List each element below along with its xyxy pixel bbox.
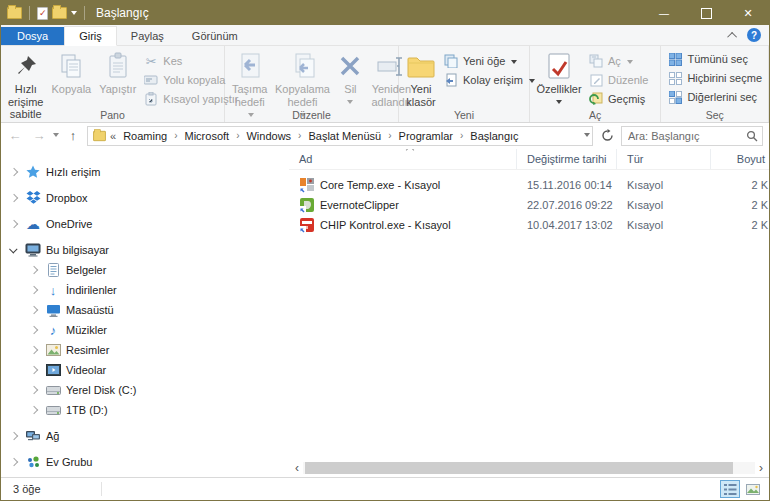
- sidebar-item-drive-d[interactable]: 1TB (D:): [1, 400, 289, 420]
- scroll-left-icon[interactable]: [291, 461, 303, 475]
- thumbnails-view-button[interactable]: [743, 480, 763, 498]
- new-item-button[interactable]: Yeni öğe: [440, 53, 538, 69]
- qat-customize-dropdown-icon[interactable]: [71, 7, 77, 20]
- collapse-ribbon-icon[interactable]: [727, 31, 737, 41]
- chevron-right-icon[interactable]: [30, 366, 38, 374]
- breadcrumb-roaming[interactable]: Roaming: [119, 130, 171, 142]
- new-folder-button[interactable]: Yeni klasör: [402, 49, 440, 109]
- breadcrumb-startup[interactable]: Başlangıç: [466, 130, 522, 142]
- sidebar-item-music[interactable]: ♪ Müzikler: [1, 320, 289, 340]
- forward-button[interactable]: →: [29, 126, 49, 145]
- chevron-right-icon[interactable]: [30, 346, 38, 354]
- chevron-right-icon[interactable]: [10, 193, 18, 201]
- qat-properties-icon[interactable]: [37, 7, 48, 20]
- scroll-right-icon[interactable]: [755, 461, 767, 475]
- open-icon: [588, 53, 604, 69]
- refresh-button[interactable]: [597, 126, 617, 146]
- breadcrumb-microsoft[interactable]: Microsoft: [181, 130, 234, 142]
- sort-ascending-icon: [406, 149, 414, 154]
- horizontal-scrollbar[interactable]: [291, 461, 767, 475]
- tab-file[interactable]: Dosya: [1, 27, 64, 45]
- titlebar-separator: [84, 6, 85, 20]
- dropdown-arrow-icon: [347, 97, 353, 110]
- easy-access-button[interactable]: Kolay erişim: [440, 72, 538, 88]
- chevron-right-icon[interactable]: [30, 326, 38, 334]
- delete-button[interactable]: Sil: [333, 49, 367, 110]
- desktop-icon: [45, 302, 61, 318]
- tab-share[interactable]: Paylaş: [117, 27, 178, 45]
- up-button[interactable]: ↑: [63, 126, 83, 145]
- sidebar-item-network[interactable]: Ağ: [1, 425, 289, 446]
- qat-new-folder-icon[interactable]: [52, 7, 67, 19]
- column-header-size[interactable]: Boyut: [711, 149, 769, 169]
- status-divider: [101, 482, 102, 496]
- sidebar-item-local-disk-c[interactable]: Yerel Disk (C:): [1, 380, 289, 400]
- invert-selection-button[interactable]: Diğerlerini seç: [664, 89, 765, 105]
- chevron-right-icon[interactable]: [30, 306, 38, 314]
- sidebar-item-downloads[interactable]: ↓ İndirilenler: [1, 280, 289, 300]
- open-button[interactable]: Aç: [585, 53, 651, 69]
- file-row-evernoteclipper[interactable]: EvernoteClipper 22.07.2016 09:22 Kısayol…: [289, 195, 769, 215]
- paste-button[interactable]: Yapıştır: [95, 49, 140, 97]
- sidebar-item-videos[interactable]: Videolar: [1, 360, 289, 380]
- address-dropdown-icon[interactable]: [584, 129, 590, 142]
- chevron-right-icon[interactable]: [30, 386, 38, 394]
- chevron-down-icon[interactable]: [9, 245, 17, 253]
- tab-home[interactable]: Giriş: [64, 26, 117, 46]
- history-icon: [588, 91, 604, 107]
- column-header-modified[interactable]: Değiştirme tarihi: [517, 149, 617, 169]
- close-button[interactable]: [727, 1, 769, 25]
- back-button[interactable]: ←: [5, 126, 25, 145]
- chevron-right-icon[interactable]: [30, 406, 38, 414]
- file-row-core-temp[interactable]: Core Temp.exe - Kısayol 15.11.2016 00:14…: [289, 175, 769, 195]
- minimize-button[interactable]: [643, 1, 685, 25]
- copy-button[interactable]: Kopyala: [47, 49, 95, 97]
- chevron-right-icon[interactable]: [10, 219, 18, 227]
- breadcrumb-start-menu[interactable]: Başlat Menüsü: [304, 130, 385, 142]
- sidebar-item-quick-access[interactable]: Hızlı erişim: [1, 161, 289, 182]
- sidebar-item-desktop[interactable]: Masaüstü: [1, 300, 289, 320]
- sidebar-item-this-pc[interactable]: Bu bilgisayar: [1, 239, 289, 260]
- select-none-button[interactable]: Hiçbirini seçme: [664, 70, 765, 86]
- breadcrumb-programs[interactable]: Programlar: [395, 130, 457, 142]
- star-icon: [25, 164, 41, 180]
- search-icon[interactable]: [746, 130, 758, 142]
- tab-view[interactable]: Görünüm: [178, 27, 252, 45]
- column-header-name[interactable]: Ad: [289, 149, 517, 169]
- help-icon[interactable]: [747, 28, 761, 42]
- chevron-right-icon[interactable]: [10, 167, 18, 175]
- homegroup-icon: [25, 454, 41, 470]
- maximize-button[interactable]: [685, 1, 727, 25]
- column-header-type[interactable]: Tür: [617, 149, 711, 169]
- scrollbar-track[interactable]: [303, 462, 755, 474]
- breadcrumb-windows[interactable]: Windows: [242, 130, 295, 142]
- sidebar-item-onedrive[interactable]: ☁ OneDrive: [1, 213, 289, 234]
- search-box[interactable]: Ara: Başlangıç: [621, 126, 763, 146]
- chevron-right-icon[interactable]: [10, 431, 18, 439]
- address-bar[interactable]: « Roaming Microsoft Windows Başlat Menüs…: [87, 126, 593, 146]
- chevron-right-icon[interactable]: [30, 286, 38, 294]
- breadcrumb-overflow[interactable]: «: [109, 130, 117, 142]
- select-all-button[interactable]: Tümünü seç: [664, 51, 765, 67]
- app-folder-icon: [7, 7, 22, 19]
- history-button[interactable]: Geçmiş: [585, 91, 651, 107]
- file-row-chip-kontrol[interactable]: CHIP Kontrol.exe - Kısayol 10.04.2017 13…: [289, 215, 769, 235]
- computer-icon: [25, 242, 41, 258]
- scrollbar-thumb[interactable]: [305, 462, 733, 474]
- details-view-button[interactable]: [720, 480, 740, 498]
- sidebar-item-dropbox[interactable]: Dropbox: [1, 187, 289, 208]
- sidebar-item-documents[interactable]: Belgeler: [1, 260, 289, 280]
- edit-button[interactable]: Düzenle: [585, 72, 651, 88]
- status-bar: 3 öğe: [1, 477, 769, 500]
- drive-icon: [45, 382, 61, 398]
- chevron-right-icon[interactable]: [30, 266, 38, 274]
- properties-button[interactable]: Özellikler: [533, 49, 585, 110]
- breadcrumb-separator-icon: [173, 130, 178, 141]
- ribbon: Hızlı erişime sabitle Kopyala Yapıştır ✂…: [1, 46, 769, 123]
- recent-locations-dropdown-icon[interactable]: [53, 130, 59, 142]
- explorer-window: Başlangıç Dosya Giriş Paylaş Görünüm Hız…: [0, 0, 770, 501]
- sidebar-item-pictures[interactable]: Resimler: [1, 340, 289, 360]
- sidebar-item-homegroup[interactable]: Ev Grubu: [1, 451, 289, 472]
- dropdown-arrow-icon: [509, 55, 517, 67]
- chevron-right-icon[interactable]: [10, 457, 18, 465]
